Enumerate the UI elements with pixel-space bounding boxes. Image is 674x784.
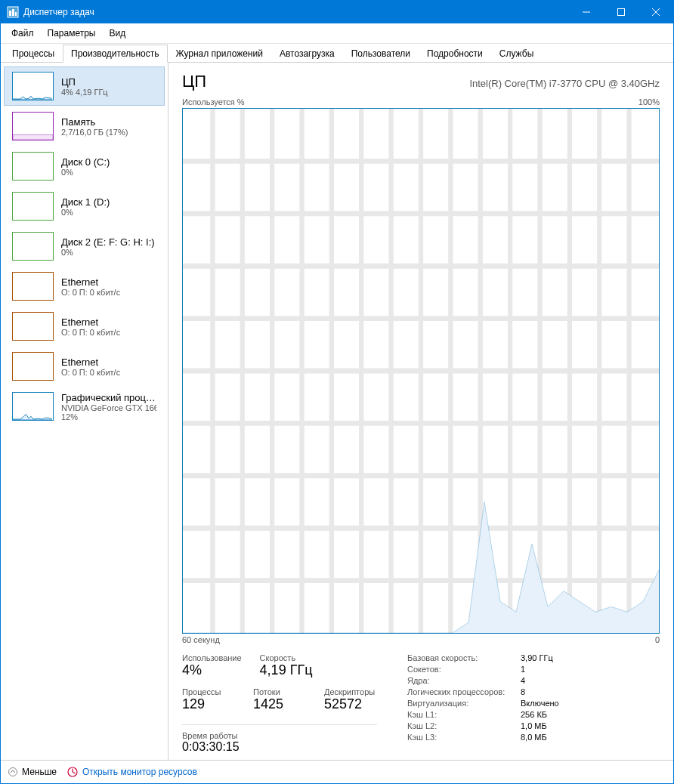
- cores-value: 4: [521, 676, 525, 685]
- sidebar-item-ethernet0[interactable]: Ethernet О: 0 П: 0 кбит/c: [4, 267, 165, 306]
- l3-value: 8,0 МБ: [521, 733, 547, 742]
- disk-thumb: [12, 152, 54, 181]
- titlebar: Диспетчер задач: [1, 1, 673, 23]
- sidebar-item-disk1[interactable]: Диск 1 (D:) 0%: [4, 187, 165, 226]
- sidebar-item-label: Память: [61, 116, 128, 128]
- cpu-chart: [182, 108, 660, 634]
- sidebar: ЦП 4% 4,19 ГГц Память 2,7/16,0 ГБ (17%) …: [1, 63, 168, 760]
- menu-file[interactable]: Файл: [5, 25, 40, 42]
- sidebar-item-disk2[interactable]: Диск 2 (E: F: G: H: I:) 0%: [4, 227, 165, 266]
- usage-value: 4%: [182, 662, 242, 678]
- fewer-label: Меньше: [22, 767, 57, 777]
- sidebar-item-cpu[interactable]: ЦП 4% 4,19 ГГц: [4, 66, 165, 106]
- sidebar-item-label: Графический процессор 0: [61, 392, 156, 403]
- tab-processes[interactable]: Процессы: [4, 45, 63, 63]
- sidebar-item-gpu[interactable]: Графический процессор 0 NVIDIA GeForce G…: [4, 387, 165, 427]
- speed-value: 4,19 ГГц: [260, 662, 313, 678]
- menu-options[interactable]: Параметры: [42, 25, 102, 42]
- svg-rect-5: [618, 9, 625, 16]
- cpu-model: Intel(R) Core(TM) i7-3770 CPU @ 3.40GHz: [469, 78, 660, 89]
- svg-rect-3: [15, 12, 17, 16]
- resmon-label: Открыть монитор ресурсов: [82, 767, 197, 777]
- disk-thumb: [12, 192, 54, 221]
- svg-rect-1: [9, 11, 11, 16]
- page-title: ЦП: [182, 72, 206, 91]
- sidebar-item-sub: 0%: [61, 208, 110, 217]
- chevron-up-icon: [8, 767, 17, 776]
- minimize-button[interactable]: [569, 1, 604, 23]
- tab-startup[interactable]: Автозагрузка: [271, 45, 343, 63]
- sidebar-item-ethernet1[interactable]: Ethernet О: 0 П: 0 кбит/c: [4, 307, 165, 346]
- svg-point-34: [9, 768, 17, 776]
- sidebar-item-disk0[interactable]: Диск 0 (C:) 0%: [4, 147, 165, 186]
- sidebar-item-label: Ethernet: [61, 316, 120, 328]
- sidebar-item-sub: 2,7/16,0 ГБ (17%): [61, 128, 128, 137]
- sidebar-item-label: Диск 0 (C:): [61, 156, 110, 168]
- tab-app-history[interactable]: Журнал приложений: [168, 45, 271, 63]
- svg-rect-2: [12, 9, 14, 16]
- sidebar-item-label: Диск 2 (E: F: G: H: I:): [61, 236, 155, 248]
- tab-services[interactable]: Службы: [491, 45, 542, 63]
- uptime-label: Время работы: [182, 731, 377, 740]
- net-thumb: [12, 352, 54, 381]
- menu-view[interactable]: Вид: [103, 25, 131, 42]
- tabs: Процессы Производительность Журнал прило…: [1, 44, 673, 63]
- svg-marker-33: [183, 502, 659, 634]
- sidebar-item-sub: О: 0 П: 0 кбит/c: [61, 288, 120, 297]
- handles-label: Дескрипторы: [324, 687, 377, 696]
- sidebar-item-label: ЦП: [61, 76, 108, 88]
- virt-value: Включено: [521, 699, 559, 708]
- content: ЦП 4% 4,19 ГГц Память 2,7/16,0 ГБ (17%) …: [1, 63, 673, 760]
- close-button[interactable]: [638, 1, 673, 23]
- memory-thumb: [12, 112, 54, 140]
- svg-line-37: [73, 772, 76, 773]
- app-icon: [7, 6, 19, 18]
- disk-thumb: [12, 232, 54, 261]
- footer: Меньше Открыть монитор ресурсов: [1, 760, 673, 783]
- sidebar-item-sub2: 12%: [61, 412, 156, 421]
- l2-value: 1,0 МБ: [521, 721, 547, 730]
- l2-label: Кэш L2:: [407, 721, 521, 730]
- sidebar-item-sub: О: 0 П: 0 кбит/c: [61, 328, 120, 337]
- handles-value: 52572: [324, 696, 377, 712]
- virt-label: Виртуализация:: [407, 699, 521, 708]
- l3-label: Кэш L3:: [407, 733, 521, 742]
- cores-label: Ядра:: [407, 676, 521, 685]
- sidebar-item-label: Диск 1 (D:): [61, 196, 110, 208]
- fewer-details-button[interactable]: Меньше: [8, 767, 57, 777]
- net-thumb: [12, 312, 54, 341]
- main-panel: ЦП Intel(R) Core(TM) i7-3770 CPU @ 3.40G…: [168, 63, 673, 760]
- uptime-value: 0:03:30:15: [182, 740, 377, 754]
- net-thumb: [12, 272, 54, 301]
- usage-label: Использование: [182, 653, 242, 662]
- l1-value: 256 КБ: [521, 710, 547, 719]
- gpu-thumb: [12, 392, 54, 421]
- l1-label: Кэш L1:: [407, 710, 521, 719]
- svg-rect-8: [13, 134, 53, 140]
- logical-value: 8: [521, 687, 525, 696]
- threads-label: Потоки: [253, 687, 306, 696]
- chart-bottom-left-label: 60 секунд: [182, 635, 220, 644]
- sidebar-item-label: Ethernet: [61, 276, 120, 288]
- tab-performance[interactable]: Производительность: [63, 45, 167, 63]
- base-speed-label: Базовая скорость:: [407, 653, 521, 662]
- logical-label: Логических процессоров:: [407, 687, 521, 696]
- sidebar-item-sub: О: 0 П: 0 кбит/c: [61, 368, 120, 377]
- maximize-button[interactable]: [604, 1, 638, 23]
- sidebar-item-sub: 0%: [61, 248, 155, 257]
- chart-top-right-label: 100%: [638, 97, 660, 106]
- speed-label: Скорость: [260, 653, 313, 662]
- sidebar-item-ethernet2[interactable]: Ethernet О: 0 П: 0 кбит/c: [4, 347, 165, 386]
- threads-value: 1425: [253, 696, 306, 712]
- stats: Использование 4% Скорость 4,19 ГГц Проце…: [182, 653, 660, 754]
- window-title: Диспетчер задач: [23, 7, 569, 17]
- tab-details[interactable]: Подробности: [419, 45, 491, 63]
- sidebar-item-sub: 4% 4,19 ГГц: [61, 88, 108, 97]
- open-resource-monitor-link[interactable]: Открыть монитор ресурсов: [67, 767, 197, 777]
- tab-users[interactable]: Пользователи: [343, 45, 419, 63]
- chart-bottom-right-label: 0: [655, 635, 660, 644]
- base-speed-value: 3,90 ГГц: [521, 653, 553, 662]
- sockets-value: 1: [521, 665, 525, 674]
- sidebar-item-memory[interactable]: Память 2,7/16,0 ГБ (17%): [4, 106, 165, 146]
- resmon-icon: [67, 767, 78, 777]
